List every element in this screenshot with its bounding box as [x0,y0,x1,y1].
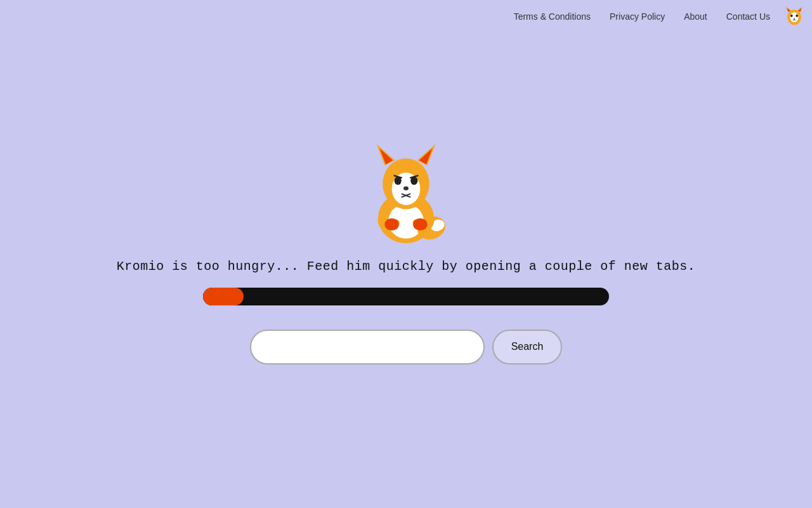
svg-point-23 [403,186,409,190]
progress-bar-fill [203,288,244,305]
main-content: Kromio is too hungry... Feed him quickly… [0,32,812,508]
search-row: Search [250,330,563,364]
progress-bar-container [203,288,609,305]
svg-point-7 [796,14,798,17]
search-button[interactable]: Search [492,330,563,364]
svg-point-27 [413,218,427,230]
svg-point-8 [794,18,795,19]
fox-mascot [355,138,457,246]
svg-point-26 [384,218,398,230]
search-input[interactable] [250,330,485,364]
nav-contact[interactable]: Contact Us [726,11,770,22]
nav-about[interactable]: About [684,11,707,22]
nav-privacy[interactable]: Privacy Policy [610,11,665,22]
nav-logo-icon [783,5,806,28]
tagline-text: Kromio is too hungry... Feed him quickly… [117,259,696,274]
nav-terms[interactable]: Terms & Conditions [514,11,591,22]
navbar: Terms & Conditions Privacy Policy About … [0,0,812,32]
svg-point-1 [790,12,798,22]
svg-point-6 [790,14,793,17]
